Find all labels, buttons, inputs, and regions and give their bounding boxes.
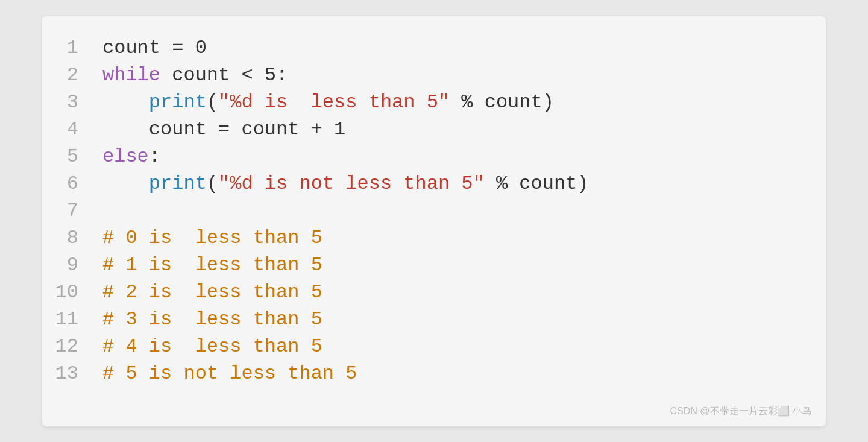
token-punc: ) [577,172,588,195]
code-line: 13# 5 is not less than 5 [54,360,802,387]
line-number: 9 [54,251,90,279]
code-line: 10# 2 is less than 5 [54,279,802,306]
line-content: # 4 is less than 5 [90,333,802,360]
line-content: # 1 is less than 5 [90,251,802,279]
line-content: print("%d is not less than 5" % count) [90,170,802,197]
line-number: 5 [54,143,90,170]
token-var: count [102,37,160,59]
code-line: 11# 3 is less than 5 [54,306,802,333]
token-comment: # 3 is less than 5 [102,308,322,330]
token-indent [102,172,149,195]
line-content: print("%d is less than 5" % count) [90,89,802,116]
line-content: # 3 is less than 5 [90,306,802,333]
token-op: = [207,118,242,140]
line-content: else: [90,143,802,170]
line-number: 12 [54,333,90,360]
token-punc: : [276,64,288,86]
token-indent [102,118,149,140]
token-op: < [241,64,264,86]
token-var: count [485,91,542,113]
token-comment: # 1 is less than 5 [102,254,322,276]
token-kw-print: print [149,172,207,195]
line-number: 1 [54,34,90,62]
token-num: 5 [265,64,276,86]
token-var: count [160,64,241,86]
line-number: 7 [54,197,90,224]
token-str: "%d is less than 5" [218,91,450,113]
token-op: = [160,37,195,59]
token-comment: # 4 is less than 5 [102,335,322,358]
line-content: count = 0 [90,34,802,62]
token-num: 0 [195,37,207,59]
line-content: while count < 5: [90,62,802,89]
code-container: 1count = 02while count < 5:3 print("%d i… [42,16,826,426]
line-content: # 2 is less than 5 [90,279,802,306]
token-kw-else: else [102,145,149,168]
code-line: 9# 1 is less than 5 [54,251,802,279]
token-comment: # 0 is less than 5 [102,227,322,249]
token-kw-print: print [149,91,207,113]
line-number: 3 [54,89,90,116]
token-num: 1 [334,118,345,140]
code-block: 1count = 02while count < 5:3 print("%d i… [54,34,802,387]
code-line: 4 count = count + 1 [54,116,802,143]
token-op: + [299,118,334,140]
token-op: % [450,91,485,113]
token-kw-while: while [102,64,160,86]
line-content [90,197,802,224]
token-op: % [485,172,520,195]
line-content: # 5 is not less than 5 [90,360,802,387]
token-punc: ) [542,91,554,113]
token-var: count [241,118,299,140]
token-punc: ( [207,91,218,113]
line-content: # 0 is less than 5 [90,224,802,251]
line-number: 2 [54,62,90,89]
line-number: 4 [54,116,90,143]
code-line: 7 [54,197,802,224]
token-indent [102,91,149,113]
watermark: CSDN @不带走一片云彩⬜ 小鸟 [670,405,811,418]
line-number: 6 [54,170,90,197]
code-line: 6 print("%d is not less than 5" % count) [54,170,802,197]
line-number: 10 [54,279,90,306]
token-str: "%d is not less than 5" [218,172,485,195]
code-line: 5else: [54,143,802,170]
token-comment: # 5 is not less than 5 [102,362,357,385]
code-line: 8# 0 is less than 5 [54,224,802,251]
line-content: count = count + 1 [90,116,802,143]
token-comment: # 2 is less than 5 [102,281,322,303]
token-var: count [519,172,577,195]
line-number: 13 [54,360,90,387]
line-number: 11 [54,306,90,333]
code-line: 3 print("%d is less than 5" % count) [54,89,802,116]
line-number: 8 [54,224,90,251]
token-var: count [149,118,207,140]
token-punc: : [149,145,160,168]
token-punc: ( [207,172,218,195]
code-line: 12# 4 is less than 5 [54,333,802,360]
code-line: 2while count < 5: [54,62,802,89]
code-line: 1count = 0 [54,34,802,62]
